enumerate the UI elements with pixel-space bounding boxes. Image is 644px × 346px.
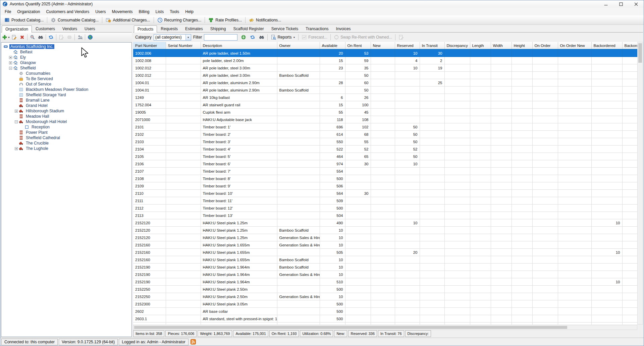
tab-estimates[interactable]: Estimates: [181, 25, 207, 32]
tab-shipping[interactable]: Shipping: [207, 25, 230, 32]
table-row[interactable]: 2103Timber board: 3'5505550: [133, 138, 637, 146]
menu-file[interactable]: File: [2, 8, 14, 15]
table-row[interactable]: 1004.01AR pole ladder, aluminium 2.90m28…: [133, 79, 637, 86]
tree-expander-plus-icon[interactable]: +: [15, 110, 18, 113]
table-row[interactable]: 2152120HAKI:U Steel plank 1.25mGeneratio…: [133, 234, 637, 241]
locate-button[interactable]: [29, 34, 36, 41]
table-row[interactable]: 2105Timber board: 5'4646550: [133, 153, 637, 160]
column-header-on-order-new[interactable]: On Order New: [558, 42, 591, 49]
table-row[interactable]: 1249AR 10kg ballast626: [133, 94, 637, 101]
table-row[interactable]: 2152120HAKI:U Steel plank 1.25mBamboo Sc…: [133, 227, 637, 234]
tab-customers[interactable]: Customers: [32, 25, 59, 32]
add-button[interactable]: ▼: [2, 34, 10, 41]
globe-button[interactable]: [87, 34, 94, 41]
tree-item-sheffield[interactable]: −Sheffield: [1, 65, 131, 71]
binoculars-button[interactable]: [258, 34, 266, 41]
product-catalog-button[interactable]: Product Catalog...: [2, 16, 46, 24]
table-row[interactable]: 1002.008pole ladder, steel 2.00m155942: [133, 57, 637, 64]
tree-item-consumables[interactable]: Consumables: [1, 71, 131, 76]
column-header-in-transit[interactable]: In Transit: [420, 42, 444, 49]
column-header-part-number[interactable]: Part Number: [133, 42, 166, 49]
table-row[interactable]: 2603.1AR standard, steel with pressed-in…: [133, 315, 637, 323]
column-header-reserved[interactable]: Reserved: [395, 42, 420, 49]
process-button[interactable]: [239, 34, 248, 41]
menu-lists[interactable]: Lists: [153, 8, 167, 15]
table-row[interactable]: 2108Timber board: 8'500: [133, 175, 637, 182]
consumable-catalog-button[interactable]: Consumable Catalog...: [48, 16, 101, 24]
tree-expander-minus-icon[interactable]: −: [15, 120, 18, 123]
horizontal-scrollbar[interactable]: [133, 325, 637, 330]
tab-invoices[interactable]: Invoices: [332, 25, 355, 32]
table-row[interactable]: 2152160HAKI:U Steel plank 1.655mBamboo S…: [133, 256, 637, 264]
recurring-charges-button[interactable]: Recurring Charges...: [155, 16, 204, 24]
user-search-button[interactable]: [76, 34, 84, 41]
tab-products[interactable]: Products: [134, 25, 157, 33]
delete-button[interactable]: [18, 34, 26, 41]
tree-expander-minus-icon[interactable]: −: [9, 67, 12, 70]
tree-item-bramall-lane[interactable]: Bramall Lane: [1, 98, 131, 103]
tree-item-belfast[interactable]: Belfast: [1, 49, 131, 55]
column-header-height[interactable]: Height: [512, 42, 532, 49]
tab-requests[interactable]: Requests: [157, 25, 181, 32]
column-header-description[interactable]: Description: [201, 42, 277, 49]
tree-item-grand-hotel[interactable]: Grand Hotel: [1, 103, 131, 108]
table-row[interactable]: 2152300HAKI:U Steel plank 3.05m500: [133, 300, 637, 308]
table-row[interactable]: 1002.012AR pole ladder, steel 3.00m23351…: [133, 64, 637, 72]
table-row[interactable]: 2152250HAKI:U Steel plank 2.50m500: [133, 286, 637, 293]
tree-item-mosborough-hall-hotel[interactable]: −Mosborough Hall Hotel: [1, 119, 131, 124]
tree-item-hillsborough-stadium[interactable]: +Hillsborough Stadium: [1, 108, 131, 114]
tree-expander-plus-icon[interactable]: +: [9, 56, 12, 59]
table-row[interactable]: 2152250HAKI:U Steel plank 2.50mGeneratio…: [133, 293, 637, 300]
tree-item-blackburn-meadows-power-station[interactable]: Blackburn Meadows Power Station: [1, 87, 131, 92]
table-row[interactable]: 2109Timber board: 9'506: [133, 182, 637, 190]
close-button[interactable]: [629, 0, 644, 8]
tree-item-meadow-hall[interactable]: Meadow Hall: [1, 114, 131, 119]
table-row[interactable]: 1004.01AR pole ladder, aluminium 2.90mBa…: [133, 86, 637, 94]
minimize-button[interactable]: [598, 0, 613, 8]
column-header-serial-number[interactable]: Serial Number: [166, 42, 201, 49]
menu-tools[interactable]: Tools: [167, 8, 182, 15]
table-row[interactable]: 2071000HAKI:U Adjustable base jack118108: [133, 116, 637, 123]
tree-item-out-of-service[interactable]: Out of Service: [1, 81, 131, 87]
tab-service-tickets[interactable]: Service Tickets: [268, 25, 302, 32]
tree-expander-plus-icon[interactable]: +: [9, 61, 12, 64]
notifications-button[interactable]: Notifications...: [246, 16, 284, 24]
maximize-button[interactable]: [613, 0, 629, 8]
table-row[interactable]: 2152160HAKI:U Steel plank 1.655mGenerati…: [133, 241, 637, 249]
column-header-length[interactable]: Length: [470, 42, 491, 49]
menu-users[interactable]: Users: [92, 8, 109, 15]
vertical-scrollbar[interactable]: [637, 42, 643, 325]
table-row[interactable]: 2113Timber board: 13'504: [133, 212, 637, 219]
tree-item-glasgow[interactable]: +Glasgow: [1, 60, 131, 65]
column-header-backord[interactable]: Backord...: [622, 42, 637, 49]
table-row[interactable]: 2102Timber board: 2'6146850: [133, 131, 637, 138]
feed-icon[interactable]: [190, 339, 196, 345]
table-row[interactable]: 2152160HAKI:U Steel plank 1.655m5052010: [133, 249, 637, 256]
refresh-button[interactable]: [47, 34, 55, 41]
table-row[interactable]: 2101Timber board: 1'69610250: [133, 123, 637, 131]
table-row[interactable]: 19005Cuplok flexi arm5545: [133, 109, 637, 116]
refresh-button[interactable]: [249, 34, 257, 41]
table-row[interactable]: 2111Timber board: 11'509: [133, 197, 637, 205]
vertical-scrollbar-thumb[interactable]: [638, 43, 642, 63]
column-header-on-rent[interactable]: On Rent: [345, 42, 371, 49]
tree-item-avontus-scaffolding-inc[interactable]: Avontus Scaffolding Inc.: [1, 44, 131, 49]
menu-help[interactable]: Help: [182, 8, 197, 15]
table-row[interactable]: 1752.004AR stairwell guard rail15100: [133, 101, 637, 109]
tree-item-power-plant[interactable]: Power Plant: [1, 130, 131, 135]
filter-input[interactable]: [204, 34, 237, 41]
tree-item-sheffield-storage-yard[interactable]: Sheffield Storage Yard: [1, 92, 131, 98]
tab-transactions[interactable]: Transactions: [302, 25, 332, 32]
tab-scaffold-register[interactable]: Scaffold Register: [229, 25, 267, 32]
additional-charges-button[interactable]: Additional Charges...: [103, 16, 153, 24]
tree-item-ely[interactable]: +Ely: [1, 55, 131, 60]
column-header-width[interactable]: Width: [491, 42, 512, 49]
rate-profiles-button[interactable]: Rate Profiles...: [206, 16, 245, 24]
table-row[interactable]: 2603.15AR standard, steel with pressed-i…: [133, 323, 637, 325]
tree-item-reception[interactable]: Reception: [1, 124, 131, 130]
edit-button[interactable]: [10, 34, 18, 41]
tab-organization[interactable]: Organization: [2, 25, 32, 33]
table-row[interactable]: 2152190HAKI:U Steel plank 1.964m51010: [133, 278, 637, 286]
reports-button[interactable]: Reports▼: [269, 34, 297, 41]
column-header-discrepancy[interactable]: Discrepancy: [444, 42, 470, 49]
